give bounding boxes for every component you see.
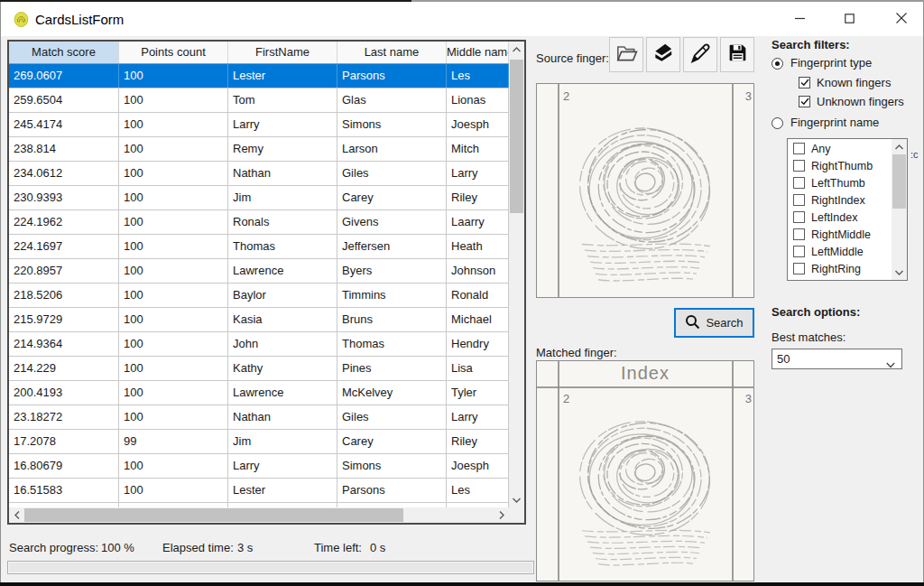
scroll-down-icon[interactable] (509, 492, 524, 507)
table-row[interactable]: 16.51583100LesterParsonsLes (9, 479, 509, 503)
scroll-up-icon[interactable] (892, 139, 907, 154)
fingerprint-name-radio[interactable] (772, 117, 783, 129)
table-row[interactable]: 214.229100KathyPinesLisa (9, 357, 509, 381)
table-row[interactable]: 200.4193100LawrenceMcKelveyTyler (9, 381, 509, 405)
window-title: CardsListForm (35, 12, 124, 27)
table-cell: 245.4174 (9, 113, 119, 136)
table-cell: Nathan (228, 405, 337, 429)
table-cell: Givens (337, 210, 447, 234)
table-row[interactable]: 224.1962100RonalsGivensLaarry (9, 210, 509, 235)
clipped-edge-text: :c (910, 149, 919, 160)
table-row[interactable]: 245.4174100LarrySimonsJoesph (9, 113, 509, 137)
table-cell: Lawrence (228, 381, 337, 405)
horizontal-scroll-thumb[interactable] (24, 508, 403, 522)
table-row[interactable]: 220.8957100LawrenceByersJohnson (9, 259, 509, 284)
edit-finger-button[interactable] (683, 37, 717, 72)
fingerprint-type-radio[interactable] (772, 58, 783, 70)
table-cell: Laarry (447, 210, 509, 234)
column-header[interactable]: Points count (119, 42, 228, 63)
search-icon (685, 314, 700, 332)
table-cell: 100 (119, 186, 228, 209)
table-cell: Ronald (447, 284, 509, 307)
scroll-left-icon[interactable] (9, 507, 24, 523)
table-cell: Parsons (337, 64, 447, 88)
unknown-fingers-checkbox[interactable] (799, 96, 810, 107)
known-fingers-label[interactable]: Known fingers (817, 76, 891, 89)
table-cell: Kasia (228, 308, 337, 331)
fingerprint-type-label[interactable]: Fingerprint type (790, 56, 872, 70)
table-row[interactable]: 218.5206100BaylorTimminsRonald (9, 284, 509, 308)
table-cell: Lisa (447, 357, 509, 380)
table-cell: Ronals (228, 210, 337, 234)
minimize-button[interactable] (779, 2, 820, 36)
table-cell: 269.0607 (9, 64, 119, 88)
column-header[interactable]: Match score (9, 42, 119, 63)
pencil-icon (688, 42, 712, 69)
known-fingers-checkbox[interactable] (799, 77, 810, 88)
table-cell: Lester (228, 479, 337, 502)
progress-bar (7, 561, 534, 574)
vertical-scroll-thumb[interactable] (510, 60, 523, 213)
finger-list-item[interactable]: RightThumb (788, 158, 892, 175)
table-row[interactable]: 16.80679100LarrySimonsJoesph (9, 454, 509, 479)
table-cell: Tom (228, 88, 337, 112)
search-button-label: Search (706, 316, 743, 330)
table-row[interactable]: 230.9393100JimCareyRiley (9, 186, 509, 210)
unknown-fingers-label[interactable]: Unknown fingers (817, 95, 904, 108)
finger-list-item[interactable]: RightMiddle (788, 227, 892, 244)
table-cell: Les (447, 479, 509, 502)
finger-list-item[interactable]: LeftThumb (788, 175, 892, 192)
table-row[interactable]: 215.9729100KasiaBrunsMichael (9, 308, 509, 332)
listbox-scroll-thumb[interactable] (892, 154, 906, 209)
listbox-scrollbar (892, 139, 907, 280)
table-cell: Larry (447, 405, 509, 429)
column-header[interactable]: Last name (337, 42, 447, 63)
table-row[interactable]: 17.207899JimCareyRiley (9, 430, 509, 454)
search-button[interactable]: Search (674, 308, 754, 338)
table-cell: 215.9729 (9, 308, 119, 331)
table-row[interactable]: 234.0612100NathanGilesLarry (9, 162, 509, 186)
fingerprint-graphic (555, 392, 735, 577)
column-header[interactable]: Middle name (447, 42, 509, 63)
table-row[interactable]: 269.0607100LesterParsonsLes (9, 64, 509, 88)
check-icon (800, 98, 809, 106)
maximize-button[interactable] (828, 2, 870, 36)
table-cell: 100 (119, 405, 228, 429)
table-cell: 214.229 (9, 357, 119, 380)
column-header[interactable]: FirstName (228, 42, 337, 63)
finger-list-item[interactable]: RightRing (788, 261, 892, 278)
table-cell: Bruns (337, 308, 447, 331)
table-cell: 224.1697 (9, 235, 119, 258)
table-row[interactable]: 224.1697100ThomasJeffersenHeath (9, 235, 509, 259)
finger-list-item-label: RightMiddle (811, 228, 871, 241)
scroll-right-icon[interactable] (494, 507, 509, 523)
table-cell: Hendry (447, 332, 509, 356)
best-matches-select[interactable]: 50 (772, 349, 902, 369)
close-icon (896, 11, 907, 27)
finger-list-item[interactable]: LeftMiddle (788, 244, 892, 261)
scroll-up-icon[interactable] (509, 42, 524, 57)
open-file-button[interactable] (609, 37, 643, 72)
table-cell: 100 (119, 64, 228, 88)
table-row[interactable]: 259.6504100TomGlasLionas (9, 88, 509, 113)
finger-list-item[interactable]: Any (788, 141, 892, 158)
fingerprint-name-label[interactable]: Fingerprint name (790, 116, 879, 129)
table-cell: Pines (337, 357, 447, 380)
scan-finger-button[interactable] (646, 37, 680, 72)
table-cell: Glas (337, 88, 447, 112)
table-cell: 23.18272 (9, 405, 119, 429)
table-cell: Johnson (447, 259, 509, 283)
save-icon (726, 42, 749, 68)
table-row[interactable]: 238.814100RemyLarsonMitch (9, 137, 509, 162)
finger-list-item[interactable]: RightIndex (788, 192, 892, 209)
table-cell: 100 (119, 113, 228, 136)
close-button[interactable] (878, 2, 924, 36)
finger-list-item-label: LeftIndex (811, 211, 857, 224)
finger-list-item[interactable]: LeftIndex (788, 209, 892, 227)
table-row[interactable]: 214.9364100JohnThomasHendry (9, 332, 509, 357)
table-row[interactable]: 23.18272100NathanGilesLarry (9, 405, 509, 430)
save-button[interactable] (720, 37, 754, 72)
title-bar: CardsListForm (1, 2, 923, 36)
table-cell: Carey (337, 186, 447, 209)
scroll-down-icon[interactable] (892, 265, 907, 280)
